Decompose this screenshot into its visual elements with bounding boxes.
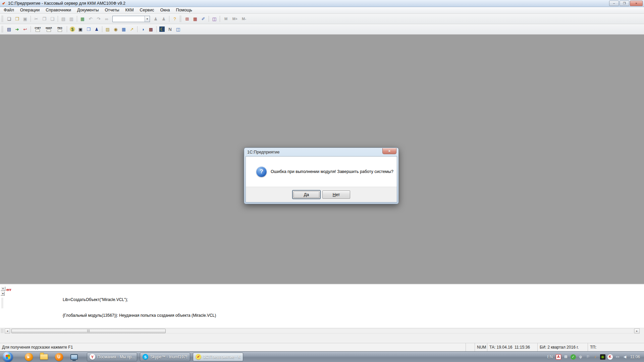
paste-button[interactable]: ❑ <box>48 15 56 23</box>
sales-chart-button[interactable]: ↗ <box>128 25 136 33</box>
pinned-uc-browser[interactable]: U <box>51 352 66 362</box>
documents-stack-button[interactable]: ▨ <box>104 25 112 33</box>
reference-books-button[interactable]: ▤ <box>5 25 13 33</box>
exchange-globe-button[interactable]: ◑ <box>139 25 147 33</box>
menu-file[interactable]: Файл <box>1 7 17 13</box>
print-preview-icon: ▥ <box>69 16 74 21</box>
memory-plus-button[interactable]: M+ <box>230 15 239 23</box>
menu-operations[interactable]: Операции <box>17 7 43 13</box>
print-preview-button[interactable]: ▥ <box>67 15 75 23</box>
scroll-left-arrow[interactable]: ◂ <box>5 328 10 334</box>
search-combobox[interactable]: ▼ <box>112 16 150 22</box>
open-button[interactable]: ❒ <box>13 15 21 23</box>
find-next-button[interactable]: ♟ <box>160 15 168 23</box>
monitor-edit-icon: ✐ <box>201 16 206 21</box>
cash-order-pko-button[interactable]: ПКО <box>54 25 65 33</box>
yes-button[interactable]: Да <box>292 190 320 199</box>
guide-book-button[interactable]: ◫ <box>210 15 218 23</box>
toolbar-text-label: ПКО <box>57 27 62 29</box>
invoice-schet-button[interactable]: СЧЕТ <box>32 25 43 33</box>
windows-flag-icon <box>5 354 10 359</box>
copy-button[interactable]: ❐ <box>40 15 48 23</box>
dialog-close-button[interactable]: × <box>382 148 396 154</box>
calendar-button[interactable]: ▦ <box>191 15 199 23</box>
memory-recall-button[interactable]: M <box>221 15 230 23</box>
shift-close-button[interactable]: ☾ <box>158 25 166 33</box>
table-view-icon: ▦ <box>80 16 85 21</box>
usb-safely-remove-icon[interactable]: ψ <box>578 354 583 360</box>
cut-button[interactable]: ✂ <box>32 15 40 23</box>
pinned-explorer[interactable] <box>36 352 51 362</box>
network-status-icon[interactable]: ▭ <box>615 354 620 360</box>
error-tag: err <box>6 288 11 292</box>
no-button[interactable]: Нет <box>322 190 350 199</box>
menu-help[interactable]: Помощь <box>173 7 195 13</box>
message-panel-grip[interactable] <box>2 298 3 308</box>
kaspersky-icon[interactable]: K <box>607 354 613 360</box>
cash-register-button[interactable]: ▣ <box>76 25 85 33</box>
calculator-button[interactable]: ⊞ <box>183 15 191 23</box>
coins-button[interactable]: ◉ <box>112 25 120 33</box>
close-button[interactable]: × <box>630 1 643 6</box>
speaker-icon[interactable]: ◀ <box>622 354 628 360</box>
toolbar-grip[interactable] <box>2 15 3 22</box>
toolbar-grip[interactable] <box>180 15 181 22</box>
language-indicator[interactable]: EN <box>547 355 553 359</box>
terminal-button[interactable]: ▩ <box>147 25 155 33</box>
menu-reports[interactable]: Отчеты <box>102 7 122 13</box>
session-open-button[interactable]: ➔ <box>13 25 21 33</box>
price-table-button[interactable]: ▦ <box>120 25 128 33</box>
print-button[interactable]: ▤ <box>59 15 67 23</box>
memory-minus-button[interactable]: M- <box>239 15 249 23</box>
redo-button[interactable]: ↷ <box>95 15 103 23</box>
help-button[interactable]: ? <box>171 15 179 23</box>
combobox-dropdown-arrow-icon[interactable]: ▼ <box>145 16 150 22</box>
minimize-button[interactable]: – <box>609 1 619 6</box>
antivirus-status-icon[interactable]: ✓ <box>571 354 576 360</box>
find-previous-button[interactable]: ♟ <box>152 15 160 23</box>
menu-service[interactable]: Сервис <box>137 7 157 13</box>
task-skype[interactable]: SSkype™ - triumf1975 ... <box>140 353 190 361</box>
partners-icon: ♟ <box>94 26 99 32</box>
partners-button[interactable]: ♟ <box>93 25 101 33</box>
menu-documents[interactable]: Документы <box>74 7 102 13</box>
undo-button[interactable]: ↶ <box>87 15 95 23</box>
scrollbar-track[interactable] <box>11 328 634 334</box>
documents-stack-icon: ▨ <box>105 26 110 32</box>
message-panel-close-button[interactable]: × <box>1 287 5 291</box>
menu-kkm[interactable]: ККМ <box>122 7 137 13</box>
pinned-remote-desktop[interactable] <box>66 352 82 362</box>
numerator-button[interactable]: Ν <box>166 25 174 33</box>
find-button[interactable]: ∞ <box>103 15 111 23</box>
start-button[interactable] <box>3 352 13 362</box>
pinned-media-player[interactable]: ▶ <box>21 352 36 362</box>
money-bag-button[interactable]: $ <box>68 25 76 33</box>
scrollbar-thumb[interactable] <box>11 329 166 333</box>
message-panel-scroll-button[interactable]: ◂ <box>1 292 5 296</box>
windows-update-icon[interactable]: ⊞ <box>563 354 569 360</box>
scroll-right-arrow[interactable]: ▸ <box>634 328 640 334</box>
catalog-button[interactable]: ◫ <box>174 25 182 33</box>
menu-windows[interactable]: Окна <box>157 7 173 13</box>
punto-switcher-icon[interactable]: A <box>556 354 561 360</box>
dialog-message: Ошибка при выполнении модуля! Завершить … <box>271 169 393 174</box>
new-document-button[interactable]: ❏ <box>5 15 13 23</box>
find-next-icon: ♟ <box>161 16 166 21</box>
restore-button[interactable]: ❐ <box>620 1 629 6</box>
clipboard-button[interactable]: ❒ <box>85 25 93 33</box>
pinned-remote-desktop-icon <box>70 354 78 360</box>
volume-mixer-icon[interactable]: ♪ <box>593 354 598 360</box>
session-close-button[interactable]: ↩ <box>21 25 29 33</box>
menu-references[interactable]: Справочники <box>43 7 74 13</box>
action-center-flag-icon[interactable]: ⚐ <box>585 354 591 360</box>
nvidia-settings-icon[interactable]: ◉ <box>600 354 605 360</box>
monitor-edit-button[interactable]: ✐ <box>199 15 207 23</box>
save-button[interactable]: ▣ <box>21 15 29 23</box>
task-1c-enterprise[interactable]: ✔1С:Предприятие - К... <box>193 353 243 361</box>
toolbar-grip[interactable] <box>2 26 3 33</box>
waybill-nakl-button[interactable]: НАКЛ <box>43 25 54 33</box>
task-yandex-browser[interactable]: YПосмания - Мы пр... <box>87 353 137 361</box>
table-view-button[interactable]: ▦ <box>78 15 87 23</box>
find-icon: ∞ <box>104 16 109 21</box>
taskbar-clock[interactable]: 11:06 <box>630 355 640 359</box>
